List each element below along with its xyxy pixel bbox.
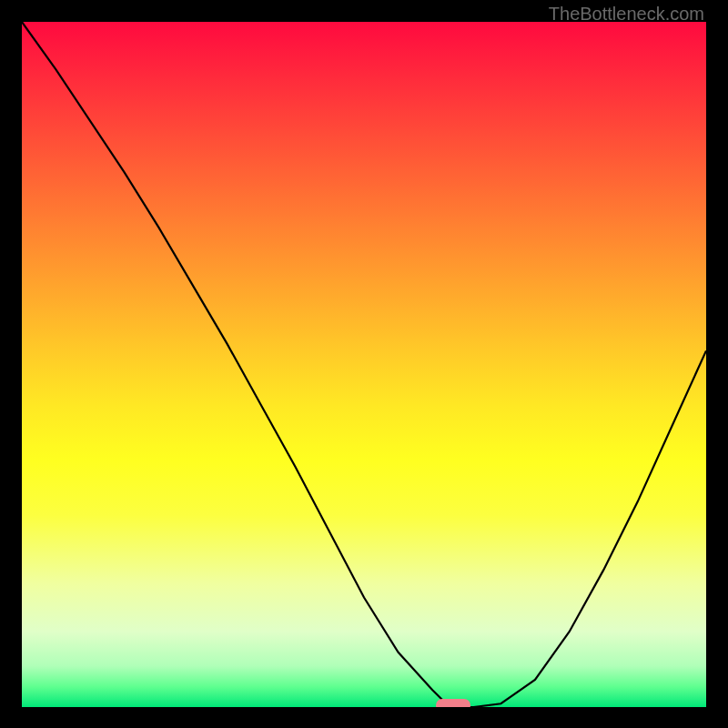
chart-curve-svg	[22, 22, 706, 707]
optimal-point-marker	[436, 699, 470, 707]
bottleneck-curve	[22, 22, 706, 707]
chart-plot-area	[22, 22, 706, 707]
watermark-text: TheBottleneck.com	[549, 4, 704, 25]
